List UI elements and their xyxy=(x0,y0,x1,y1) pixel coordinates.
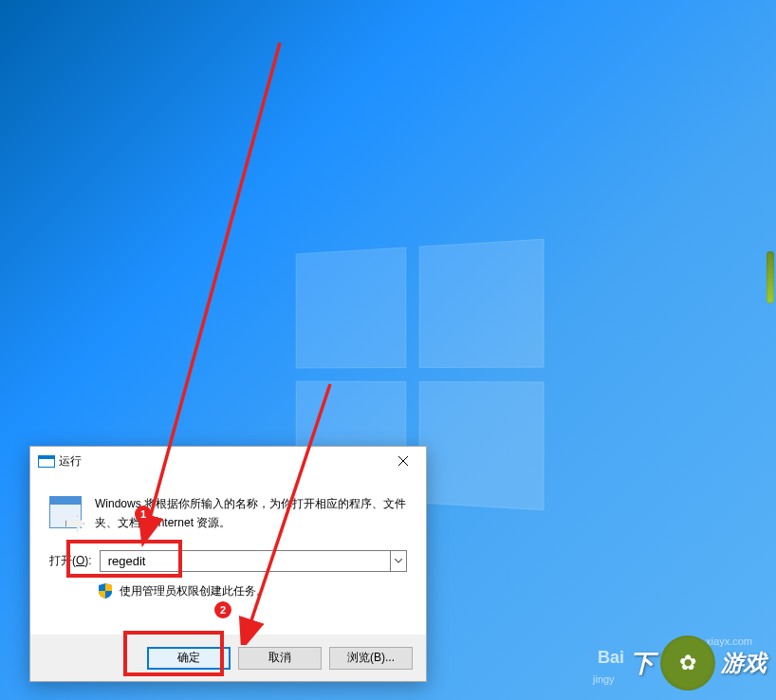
dialog-body: Windows 将根据你所输入的名称，为你打开相应的程序、文件夹、文档或 Int… xyxy=(30,475,426,599)
ok-button[interactable]: 确定 xyxy=(147,647,231,670)
logo-pane xyxy=(296,247,406,368)
watermark-logo: 下 游戏 xyxy=(630,636,767,691)
watermark-site-prefix: 下 xyxy=(630,647,655,680)
command-combobox xyxy=(100,550,407,572)
button-bar: 确定 取消 浏览(B)... xyxy=(30,635,426,681)
cancel-button[interactable]: 取消 xyxy=(238,647,322,670)
close-button[interactable] xyxy=(381,448,424,474)
watermark-baidu: Bai xyxy=(598,648,624,668)
open-label: 打开(O): xyxy=(49,553,92,569)
shield-icon xyxy=(99,583,112,599)
command-input[interactable] xyxy=(100,550,390,572)
watermark-jingy: jingy xyxy=(593,673,615,685)
dialog-title: 运行 xyxy=(59,453,381,470)
run-dialog: 运行 Windows 将根据你所输入的名称，为你打开相应的程序、文件夹、文档或 … xyxy=(29,446,427,682)
info-row: Windows 将根据你所输入的名称，为你打开相应的程序、文件夹、文档或 Int… xyxy=(49,494,407,533)
admin-notice-text: 使用管理员权限创建此任务。 xyxy=(120,583,268,599)
desktop-background: 运行 Windows 将根据你所输入的名称，为你打开相应的程序、文件夹、文档或 … xyxy=(0,0,776,700)
watermark-game-text: 游戏 xyxy=(721,648,767,678)
run-program-icon xyxy=(49,496,82,528)
close-icon xyxy=(398,456,408,466)
admin-notice-row: 使用管理员权限创建此任务。 xyxy=(99,583,407,599)
dialog-description: Windows 将根据你所输入的名称，为你打开相应的程序、文件夹、文档或 Int… xyxy=(95,494,407,533)
logo-pane xyxy=(419,239,545,368)
titlebar[interactable]: 运行 xyxy=(30,447,426,475)
browse-button[interactable]: 浏览(B)... xyxy=(329,647,413,670)
watermark-circle-icon xyxy=(660,636,715,691)
chevron-down-icon xyxy=(395,559,402,563)
input-row: 打开(O): xyxy=(49,550,407,572)
combobox-dropdown-button[interactable] xyxy=(390,550,407,572)
logo-pane xyxy=(419,381,545,510)
scrollbar-indicator[interactable] xyxy=(767,251,774,304)
run-dialog-icon xyxy=(38,454,53,468)
